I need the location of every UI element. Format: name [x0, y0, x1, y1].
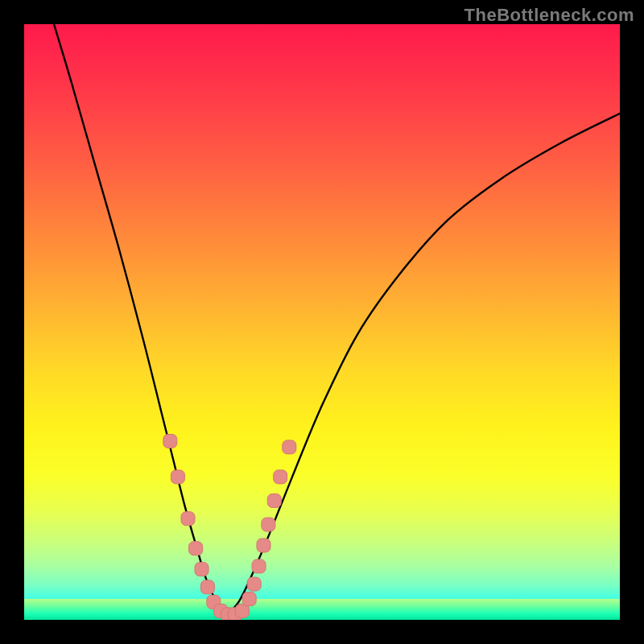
curve-right-branch	[227, 114, 620, 615]
data-marker	[247, 577, 261, 591]
data-marker	[262, 518, 275, 531]
data-marker	[267, 494, 281, 508]
data-marker	[252, 559, 266, 573]
data-marker	[242, 592, 256, 606]
data-marker	[189, 542, 203, 555]
data-marker	[274, 470, 287, 484]
data-marker	[257, 539, 270, 552]
data-marker	[171, 470, 184, 484]
plot-area	[24, 24, 620, 620]
chart-stage: TheBottleneck.com	[0, 0, 644, 644]
curve-group	[54, 24, 620, 615]
chart-svg	[24, 24, 620, 620]
curve-left-branch	[54, 24, 227, 615]
data-marker	[200, 580, 214, 594]
data-marker	[181, 512, 195, 526]
data-marker	[195, 563, 208, 576]
data-marker	[163, 435, 177, 448]
watermark-text: TheBottleneck.com	[464, 5, 634, 26]
marker-group	[163, 435, 296, 621]
data-marker	[283, 440, 296, 454]
